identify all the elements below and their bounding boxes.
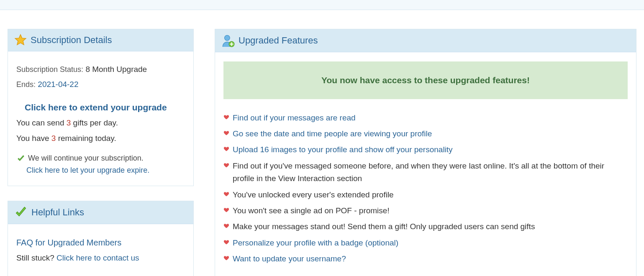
feature-link[interactable]: Find out if your messages are read xyxy=(233,112,628,124)
heart-icon xyxy=(223,223,229,229)
faq-link[interactable]: FAQ for Upgraded Members xyxy=(16,238,121,247)
heart-icon xyxy=(223,162,229,168)
extend-upgrade-link[interactable]: Click here to extend your upgrade xyxy=(25,102,167,112)
helpful-links-card: Helpful Links FAQ for Upgraded Members S… xyxy=(8,201,194,276)
gifts-remaining-count: 3 xyxy=(51,134,56,143)
feature-item: Make your messages stand out! Send them … xyxy=(223,220,628,233)
left-column: Subscription Details Subscription Status… xyxy=(8,29,194,276)
feature-text: Find out if you've messaged someone befo… xyxy=(233,160,628,185)
contact-us-link[interactable]: Click here to contact us xyxy=(56,253,139,262)
feature-link[interactable]: Go see the date and time people are view… xyxy=(233,128,628,140)
feature-item: Go see the date and time people are view… xyxy=(223,128,628,140)
upgraded-features-body: You now have access to these upgraded fe… xyxy=(215,52,636,276)
gifts-per-day-row: You can send 3 gifts per day. xyxy=(16,117,185,129)
feature-item: Find out if you've messaged someone befo… xyxy=(223,160,628,185)
star-icon xyxy=(14,33,27,47)
feature-text: You've unlocked every user's extended pr… xyxy=(233,189,628,201)
subscription-ends-row: Ends: 2021-04-22 xyxy=(16,78,185,91)
checkmark-icon xyxy=(16,154,26,163)
let-upgrade-expire-link[interactable]: Click here to let your upgrade expire. xyxy=(26,164,185,176)
feature-link[interactable]: Upload 16 images to your profile and sho… xyxy=(233,143,628,156)
feature-item: You won't see a single ad on POF - promi… xyxy=(223,204,628,217)
feature-text: Make your messages stand out! Send them … xyxy=(233,220,628,233)
feature-item: Personalize your profile with a badge (o… xyxy=(223,237,628,249)
upgraded-features-card: Upgraded Features You now have access to… xyxy=(215,29,636,276)
checkmark-icon xyxy=(14,205,28,220)
subscription-details-card: Subscription Details Subscription Status… xyxy=(8,29,194,186)
feature-item: Want to update your username? xyxy=(223,253,628,265)
feature-link[interactable]: Want to update your username? xyxy=(233,253,628,265)
feature-list: Find out if your messages are readGo see… xyxy=(223,112,628,266)
upgraded-features-title: Upgraded Features xyxy=(239,35,318,46)
gifts-per-day-count: 3 xyxy=(67,118,71,127)
gifts-remaining-row: You have 3 remaining today. xyxy=(16,132,185,145)
subscription-ends-value: 2021-04-22 xyxy=(38,80,78,89)
continue-subscription-text: We will continue your subscription. xyxy=(28,152,144,164)
heart-icon xyxy=(223,130,229,136)
remaining-pre: You have xyxy=(16,134,51,143)
heart-icon xyxy=(223,255,229,261)
continue-subscription-block: We will continue your subscription. Clic… xyxy=(16,152,185,176)
feature-item: You've unlocked every user's extended pr… xyxy=(223,189,628,201)
feature-item: Find out if your messages are read xyxy=(223,112,628,124)
feature-item: Upload 16 images to your profile and sho… xyxy=(223,143,628,156)
helpful-links-header: Helpful Links xyxy=(8,201,193,224)
feature-link[interactable]: Personalize your profile with a badge (o… xyxy=(233,237,628,249)
heart-icon xyxy=(223,239,229,245)
still-stuck-row: Still stuck? Click here to contact us xyxy=(16,252,185,264)
heart-icon xyxy=(223,146,229,152)
upgraded-features-header: Upgraded Features xyxy=(215,29,636,52)
helpful-links-title: Helpful Links xyxy=(31,207,84,218)
svg-point-0 xyxy=(225,35,230,41)
heart-icon xyxy=(223,114,229,120)
subscription-ends-label: Ends: xyxy=(16,80,36,89)
top-bar xyxy=(0,0,644,10)
gifts-post: gifts per day. xyxy=(71,118,118,127)
feature-text: You won't see a single ad on POF - promi… xyxy=(233,204,628,217)
subscription-card-header: Subscription Details xyxy=(8,29,193,51)
subscription-status-value: 8 Month Upgrade xyxy=(85,65,147,74)
subscription-status-label: Subscription Status: xyxy=(16,65,83,74)
page-content: Subscription Details Subscription Status… xyxy=(0,10,644,276)
still-stuck-label: Still stuck? xyxy=(16,253,56,262)
subscription-card-title: Subscription Details xyxy=(31,35,112,46)
heart-icon xyxy=(223,191,229,197)
subscription-card-body: Subscription Status: 8 Month Upgrade End… xyxy=(8,51,193,186)
right-column: Upgraded Features You now have access to… xyxy=(215,29,636,276)
extend-upgrade-row: Click here to extend your upgrade xyxy=(16,100,185,115)
subscription-status-row: Subscription Status: 8 Month Upgrade xyxy=(16,63,185,76)
gifts-pre: You can send xyxy=(16,118,67,127)
helpful-links-body: FAQ for Upgraded Members Still stuck? Cl… xyxy=(8,224,193,276)
features-banner: You now have access to these upgraded fe… xyxy=(223,61,628,99)
heart-icon xyxy=(223,207,229,213)
remaining-post: remaining today. xyxy=(56,134,116,143)
continue-subscription-line: We will continue your subscription. xyxy=(16,152,185,164)
user-add-icon xyxy=(221,33,235,48)
